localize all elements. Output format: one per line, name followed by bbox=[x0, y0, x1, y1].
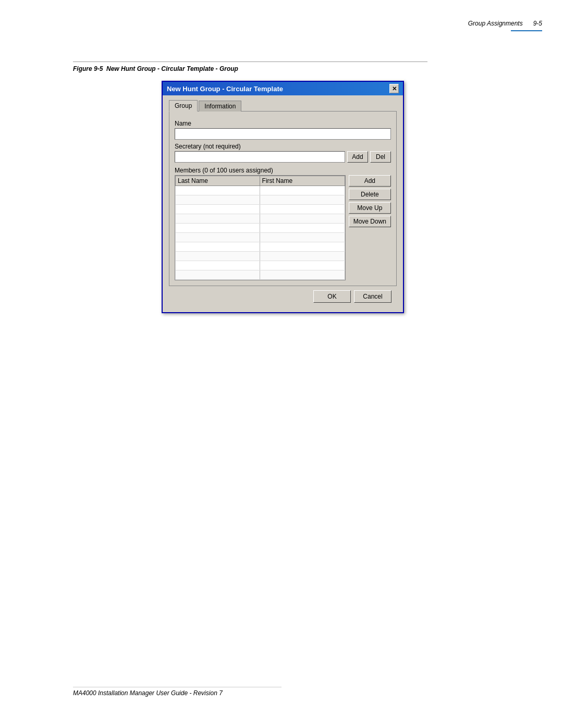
members-delete-button[interactable]: Delete bbox=[349, 189, 391, 200]
dialog-content: Group Information Name Secretary (not re… bbox=[163, 95, 403, 312]
page-header: Group Assignments 9-5 bbox=[468, 20, 542, 27]
table-row bbox=[176, 224, 345, 233]
figure-caption: Figure 9-5 New Hunt Group - Circular Tem… bbox=[73, 61, 427, 72]
secretary-input[interactable] bbox=[175, 151, 345, 163]
ok-button[interactable]: OK bbox=[313, 290, 351, 303]
header-rule bbox=[511, 30, 542, 31]
dialog-footer: OK Cancel bbox=[169, 286, 397, 306]
figure-caption-text: New Hunt Group - Circular Template - Gro… bbox=[106, 65, 238, 72]
table-row bbox=[176, 242, 345, 252]
table-row bbox=[176, 233, 345, 242]
secretary-del-button[interactable]: Del bbox=[370, 151, 391, 163]
dialog-window: New Hunt Group - Circular Template ✕ Gro… bbox=[162, 81, 404, 313]
name-label: Name bbox=[175, 120, 391, 127]
close-button[interactable]: ✕ bbox=[389, 84, 399, 93]
table-row bbox=[176, 261, 345, 270]
dialog-titlebar: New Hunt Group - Circular Template ✕ bbox=[163, 82, 403, 95]
col-last-name: Last Name bbox=[176, 176, 260, 186]
tab-group[interactable]: Group bbox=[169, 100, 198, 112]
secretary-label: Secretary (not required) bbox=[175, 143, 391, 150]
tab-information[interactable]: Information bbox=[199, 101, 241, 112]
members-area: Last Name First Name bbox=[175, 175, 391, 280]
table-row bbox=[176, 270, 345, 280]
name-input[interactable] bbox=[175, 128, 391, 140]
dialog-title: New Hunt Group - Circular Template bbox=[167, 85, 283, 93]
secretary-row: Add Del bbox=[175, 151, 391, 163]
table-row bbox=[176, 186, 345, 195]
dialog-panel: Name Secretary (not required) Add Del Me… bbox=[169, 112, 397, 286]
page-footer: MA4000 Installation Manager User Guide -… bbox=[73, 687, 282, 697]
cancel-button[interactable]: Cancel bbox=[354, 290, 391, 303]
table-row bbox=[176, 214, 345, 224]
figure-label: Figure 9-5 bbox=[73, 65, 103, 72]
members-add-button[interactable]: Add bbox=[349, 175, 391, 187]
members-label: Members (0 of 100 users assigned) bbox=[175, 167, 391, 174]
table-row bbox=[176, 195, 345, 205]
table-row bbox=[176, 205, 345, 214]
table-row bbox=[176, 252, 345, 261]
members-buttons: Add Delete Move Up Move Down bbox=[349, 175, 391, 280]
members-table-wrapper: Last Name First Name bbox=[175, 175, 346, 280]
members-move-down-button[interactable]: Move Down bbox=[349, 216, 391, 227]
footer-text: MA4000 Installation Manager User Guide -… bbox=[73, 689, 223, 697]
tab-strip: Group Information bbox=[169, 100, 397, 112]
header-title: Group Assignments bbox=[468, 20, 523, 27]
secretary-add-button[interactable]: Add bbox=[347, 151, 368, 163]
col-first-name: First Name bbox=[260, 176, 345, 186]
members-table: Last Name First Name bbox=[175, 176, 345, 280]
members-move-up-button[interactable]: Move Up bbox=[349, 202, 391, 214]
header-page: 9-5 bbox=[533, 20, 542, 27]
